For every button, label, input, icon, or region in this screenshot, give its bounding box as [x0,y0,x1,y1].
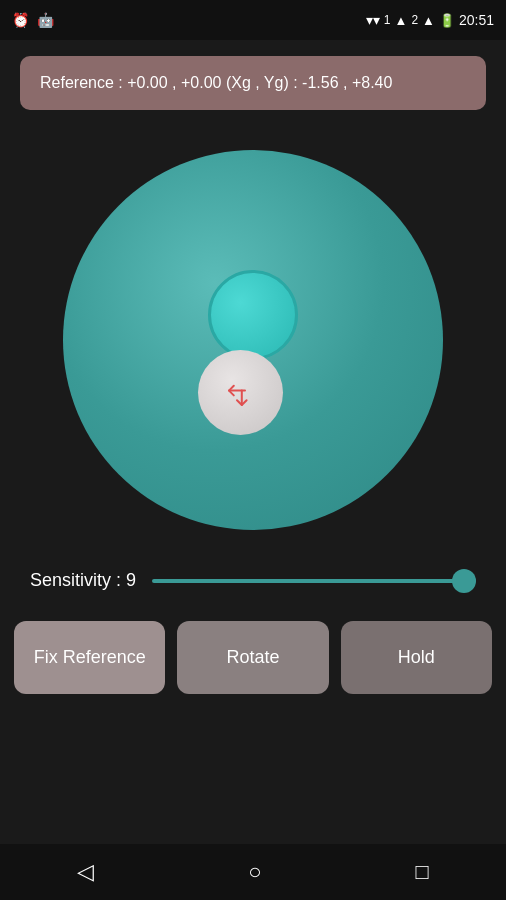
joystick-area[interactable] [0,130,506,550]
sensitivity-slider-track[interactable] [152,579,476,583]
alarm-icon: ⏰ [12,12,29,28]
hold-button[interactable]: Hold [341,621,492,694]
move-arrows-icon [221,373,261,413]
outer-circle[interactable] [63,150,443,530]
sensitivity-label: Sensitivity : 9 [30,570,136,591]
reference-box: Reference : +0.00 , +0.00 (Xg , Yg) : -1… [20,56,486,110]
android-icon: 🤖 [37,12,54,28]
status-bar: ⏰ 🤖 ▾▾ 1 ▲ 2 ▲ 🔋 20:51 [0,0,506,40]
recent-apps-button[interactable]: □ [416,859,429,885]
battery-icon: 🔋 [439,13,455,28]
home-button[interactable]: ○ [248,859,261,885]
nav-bar: ◁ ○ □ [0,844,506,900]
status-right-icons: ▾▾ 1 ▲ 2 ▲ 🔋 20:51 [366,12,494,28]
sensitivity-area: Sensitivity : 9 [0,550,506,601]
button-row: Fix Reference Rotate Hold [0,605,506,710]
reference-text: Reference : +0.00 , +0.00 (Xg , Yg) : -1… [40,74,392,91]
center-circle [208,270,298,360]
rotate-button[interactable]: Rotate [177,621,328,694]
time-display: 20:51 [459,12,494,28]
status-left-icons: ⏰ 🤖 [12,12,54,28]
thumb-circle[interactable] [198,350,283,435]
signal1-label: 1 [384,13,391,27]
wifi-icon: ▾▾ [366,12,380,28]
fix-reference-button[interactable]: Fix Reference [14,621,165,694]
back-button[interactable]: ◁ [77,859,94,885]
sensitivity-slider-thumb [452,569,476,593]
signal2-icon: ▲ [422,13,435,28]
signal2-label: 2 [411,13,418,27]
signal1-icon: ▲ [395,13,408,28]
